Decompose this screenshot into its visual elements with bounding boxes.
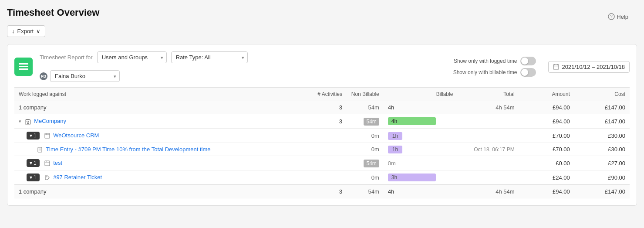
th-total: Total bbox=[457, 88, 519, 101]
badge-icon: ▾ bbox=[30, 160, 32, 166]
rate-type-selector[interactable]: Rate Type: All Rate Type: Billable Rate … bbox=[171, 51, 248, 63]
timeentry-cell: Time Entry - #709 PM Time 10% from the T… bbox=[14, 143, 297, 156]
retainer-activities bbox=[297, 170, 347, 185]
weotsource-link[interactable]: WeOtsource CRM bbox=[53, 132, 99, 139]
test-billable: 0m bbox=[384, 156, 458, 170]
entry-icon bbox=[37, 146, 44, 153]
test-activities bbox=[297, 156, 347, 170]
project-icon-svg2 bbox=[44, 160, 50, 166]
weotsource-billable-bar: 1h bbox=[388, 132, 402, 140]
mecompany-cell: ▾ MeCompany bbox=[14, 114, 297, 129]
svg-rect-12 bbox=[27, 123, 29, 124]
badge-icon: ▾ bbox=[30, 174, 32, 180]
card-header: Timesheet Report for Users and Groups Al… bbox=[14, 51, 630, 82]
timeentry-link[interactable]: Time Entry - #709 PM Time 10% from the T… bbox=[46, 146, 211, 153]
help-label: Help bbox=[617, 14, 628, 20]
weotsource-badge-button[interactable]: ▾ 1 bbox=[27, 132, 40, 140]
test-nonbillable-bar: 54m bbox=[364, 160, 379, 167]
test-cost: £27.00 bbox=[574, 156, 630, 170]
help-button[interactable]: ? Help bbox=[608, 13, 628, 20]
page-header: Timesheet Overview ? Help bbox=[7, 7, 637, 24]
retainer-billable-bar: 3h bbox=[388, 174, 436, 181]
retainer-amount: £24.00 bbox=[519, 170, 574, 185]
group-selector[interactable]: Users and Groups All Users Teams bbox=[97, 51, 167, 63]
th-work-logged: Work logged against bbox=[14, 88, 297, 101]
retainer-badge-button[interactable]: ▾ 1 bbox=[27, 174, 40, 181]
summary-top-cost: £147.00 bbox=[574, 101, 630, 114]
report-card: Timesheet Report for Users and Groups Al… bbox=[7, 44, 637, 206]
logged-time-toggle[interactable] bbox=[520, 57, 536, 65]
mecompany-link[interactable]: MeCompany bbox=[34, 118, 66, 124]
mecompany-total bbox=[457, 114, 519, 129]
timeentry-total: Oct 18, 06:17 PM bbox=[457, 143, 519, 156]
date-range-value: 2021/10/12 – 2021/10/18 bbox=[562, 64, 625, 70]
svg-rect-14 bbox=[45, 133, 50, 138]
table-row: ▾ 1 test bbox=[14, 156, 630, 170]
svg-rect-11 bbox=[28, 121, 29, 122]
page-title: Timesheet Overview bbox=[7, 7, 99, 18]
test-cell: ▾ 1 test bbox=[14, 156, 297, 170]
summary-top-nonbillable: 54m bbox=[347, 101, 384, 114]
table-row: ▾ 1 WeOtsource CRM bbox=[14, 129, 630, 143]
table-row: Time Entry - #709 PM Time 10% from the T… bbox=[14, 143, 630, 156]
retainer-billable: 3h bbox=[384, 170, 458, 185]
user-selector[interactable]: Faina Burko bbox=[50, 70, 120, 82]
timeentry-billable-bar: 1h bbox=[388, 146, 402, 153]
top-selectors-row: Timesheet Report for Users and Groups Al… bbox=[40, 51, 248, 63]
mecompany-billable-bar: 4h bbox=[388, 117, 436, 125]
billable-time-label: Show only with billable time bbox=[453, 69, 517, 75]
billable-time-toggle[interactable] bbox=[520, 68, 536, 77]
retainer-total bbox=[457, 170, 519, 185]
th-non-billable: Non Billable bbox=[347, 88, 384, 101]
retainer-cell: ▾ 1 #97 Retainer Ticket bbox=[14, 170, 297, 185]
mecompany-cost: £147.00 bbox=[574, 114, 630, 129]
export-chevron-icon: ∨ bbox=[36, 28, 40, 34]
svg-text:?: ? bbox=[610, 14, 613, 19]
th-cost: Cost bbox=[574, 88, 630, 101]
document-icon bbox=[37, 147, 43, 153]
export-label: Export bbox=[17, 28, 34, 34]
summary-bottom-billable: 4h bbox=[384, 185, 458, 198]
export-arrow-icon: ↓ bbox=[12, 28, 15, 34]
timeentry-nonbillable: 0m bbox=[347, 143, 384, 156]
th-billable: Billable bbox=[384, 88, 458, 101]
building-icon bbox=[25, 119, 31, 125]
weotsource-cell: ▾ 1 WeOtsource CRM bbox=[14, 129, 297, 143]
summary-top-amount: £94.00 bbox=[519, 101, 574, 114]
mecompany-expand-button[interactable]: ▾ bbox=[19, 119, 21, 124]
timeentry-billable: 1h bbox=[384, 143, 458, 156]
weotsource-nonbillable: 0m bbox=[347, 129, 384, 143]
weotsource-total bbox=[457, 129, 519, 143]
retainer-link[interactable]: #97 Retainer Ticket bbox=[53, 174, 102, 180]
test-nonbillable: 54m bbox=[347, 156, 384, 170]
retainer-cost: £90.00 bbox=[574, 170, 630, 185]
test-badge-button[interactable]: ▾ 1 bbox=[27, 159, 40, 167]
svg-rect-13 bbox=[26, 119, 30, 120]
mecompany-billable: 4h bbox=[384, 114, 458, 129]
badge-count: 1 bbox=[34, 174, 37, 180]
date-range-button[interactable]: 2021/10/12 – 2021/10/18 bbox=[548, 61, 630, 73]
summary-bottom-cost: £147.00 bbox=[574, 185, 630, 198]
project-icon bbox=[44, 132, 52, 139]
badge-count: 1 bbox=[34, 133, 37, 139]
test-link[interactable]: test bbox=[53, 160, 62, 166]
export-button[interactable]: ↓ Export ∨ bbox=[7, 25, 45, 37]
table-row: ▾ MeCompany bbox=[14, 114, 630, 129]
svg-rect-3 bbox=[19, 66, 28, 67]
calendar-icon bbox=[553, 64, 559, 70]
svg-rect-21 bbox=[45, 161, 50, 166]
logged-time-toggle-row: Show only with logged time bbox=[454, 57, 536, 65]
selectors-col: Timesheet Report for Users and Groups Al… bbox=[40, 51, 248, 82]
mecompany-activities: 3 bbox=[297, 114, 347, 129]
user-select-row: FB Faina Burko ▾ bbox=[40, 70, 248, 82]
svg-rect-10 bbox=[27, 121, 27, 122]
billable-time-knob bbox=[521, 69, 528, 76]
summary-top-activities: 3 bbox=[297, 101, 347, 114]
table-section: Work logged against # Activities Non Bil… bbox=[14, 87, 630, 198]
report-for-label: Timesheet Report for bbox=[40, 54, 93, 61]
app-logo bbox=[14, 58, 33, 76]
summary-bottom-nonbillable: 54m bbox=[347, 185, 384, 198]
toggles-section: Show only with logged time Show only wit… bbox=[453, 57, 536, 77]
logo-icon bbox=[18, 61, 29, 72]
summary-bottom-total: 4h 54m bbox=[457, 185, 519, 198]
